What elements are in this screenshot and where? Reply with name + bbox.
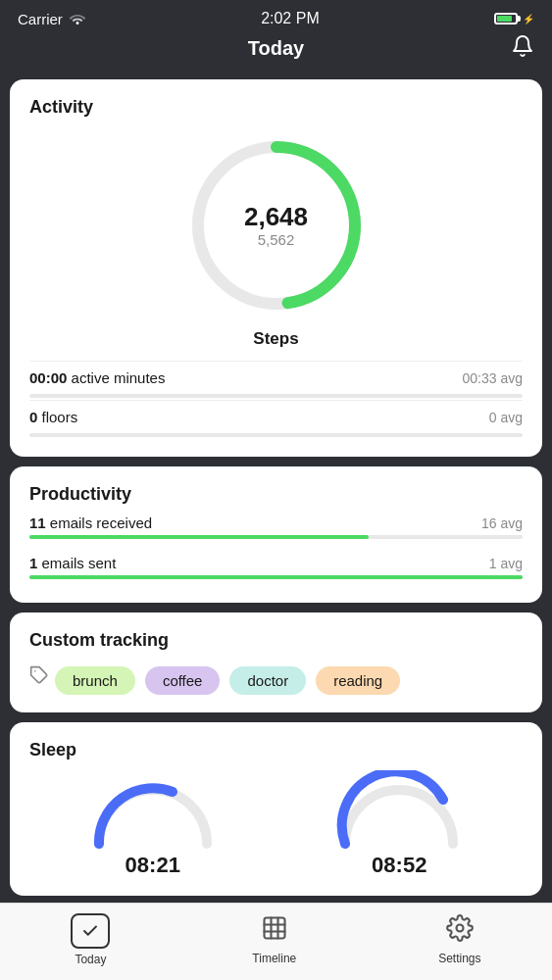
carrier-label: Carrier: [18, 11, 63, 27]
sleep-arc-2: [330, 770, 468, 849]
header: Today: [0, 33, 552, 72]
steps-goal: 5,562: [244, 231, 308, 248]
emails-received-text: emails received: [50, 514, 152, 531]
tag-brunch[interactable]: brunch: [55, 666, 135, 695]
active-minutes-text: active minutes: [72, 369, 166, 386]
svg-rect-3: [264, 918, 284, 939]
active-minutes-avg: 00:33 avg: [463, 370, 524, 386]
sleep-time-2: 08:52: [372, 853, 427, 878]
custom-tracking-title: Custom tracking: [29, 630, 523, 651]
charging-bolt: ⚡: [523, 14, 534, 24]
floors-value: 0: [29, 409, 37, 425]
sleep-time-1: 08:21: [125, 853, 180, 878]
nav-today[interactable]: Today: [71, 913, 110, 966]
status-time: 2:02 PM: [261, 10, 320, 27]
steps-chart-container: 2,648 5,562 Steps: [29, 127, 523, 349]
battery-fill: [497, 16, 512, 22]
sleep-card: Sleep 08:21: [10, 722, 542, 896]
active-minutes-row: 00:00 active minutes 00:33 avg: [29, 361, 523, 390]
emails-received-progress-bg: [29, 535, 523, 539]
sleep-arc-1: [84, 770, 222, 849]
emails-received-label: 11 emails received: [29, 514, 152, 531]
steps-donut: 2,648 5,562: [178, 127, 375, 323]
tags-container: brunch coffee doctor reading: [55, 666, 400, 695]
tag-reading[interactable]: reading: [316, 666, 400, 695]
floors-progress-bg: [29, 433, 523, 437]
floors-text: floors: [42, 409, 78, 425]
active-minutes-value: 00:00: [29, 369, 67, 386]
emails-received-avg: 16 avg: [481, 515, 523, 531]
productivity-card: Productivity 11 emails received 16 avg 1…: [10, 466, 542, 603]
sleep-chart-2: 08:52: [330, 770, 468, 878]
floors-row: 0 floors 0 avg: [29, 400, 523, 429]
main-content: Activity 2,648 5,562 Steps 00:00: [0, 72, 552, 974]
emails-sent-row: 1 emails sent 1 avg: [29, 555, 523, 571]
status-battery: ⚡: [494, 13, 534, 24]
settings-icon: [446, 914, 474, 948]
steps-current: 2,648: [244, 203, 308, 231]
emails-received-progress-fill: [29, 535, 369, 539]
timeline-icon: [261, 914, 288, 948]
emails-sent-progress-fill: [29, 575, 523, 579]
sleep-title: Sleep: [29, 740, 523, 760]
battery-tip: [518, 16, 521, 22]
emails-sent-count: 1: [29, 555, 37, 571]
tag-doctor[interactable]: doctor: [229, 666, 306, 695]
bottom-nav: Today Timeline Settings: [0, 903, 552, 980]
active-minutes-progress-bg: [29, 394, 523, 398]
sleep-chart-1: 08:21: [84, 770, 222, 878]
emails-received-count: 11: [29, 514, 46, 531]
steps-center: 2,648 5,562: [244, 203, 308, 248]
notification-bell-icon[interactable]: [511, 34, 534, 64]
status-bar: Carrier 2:02 PM ⚡: [0, 0, 552, 33]
nav-timeline-label: Timeline: [252, 952, 296, 965]
wifi-icon: [69, 11, 86, 27]
floors-avg: 0 avg: [489, 410, 523, 425]
activity-title: Activity: [29, 97, 523, 118]
emails-received-row: 11 emails received 16 avg: [29, 514, 523, 531]
emails-sent-stat: 1 emails sent 1 avg: [29, 555, 523, 579]
emails-received-stat: 11 emails received 16 avg: [29, 514, 523, 539]
activity-card: Activity 2,648 5,562 Steps 00:00: [10, 79, 542, 457]
battery-icon: [494, 13, 518, 24]
status-carrier-wifi: Carrier: [18, 11, 86, 27]
active-minutes-label: 00:00 active minutes: [29, 369, 165, 386]
emails-sent-label: 1 emails sent: [29, 555, 116, 571]
sleep-charts: 08:21 08:52: [29, 770, 523, 878]
emails-sent-text: emails sent: [42, 555, 117, 571]
nav-today-label: Today: [75, 953, 106, 966]
nav-timeline[interactable]: Timeline: [252, 914, 296, 965]
today-icon-box: [71, 913, 110, 949]
tag-coffee[interactable]: coffee: [145, 666, 221, 695]
steps-label: Steps: [253, 329, 298, 349]
page-title: Today: [248, 37, 304, 60]
nav-settings-label: Settings: [438, 952, 480, 965]
svg-point-8: [456, 925, 463, 932]
productivity-title: Productivity: [29, 484, 523, 505]
custom-tracking-card: Custom tracking brunch coffee doctor rea…: [10, 612, 542, 712]
floors-label: 0 floors: [29, 409, 77, 425]
emails-sent-avg: 1 avg: [489, 556, 523, 571]
tag-icon: [29, 665, 49, 690]
nav-settings[interactable]: Settings: [438, 914, 480, 965]
emails-sent-progress-bg: [29, 575, 523, 579]
